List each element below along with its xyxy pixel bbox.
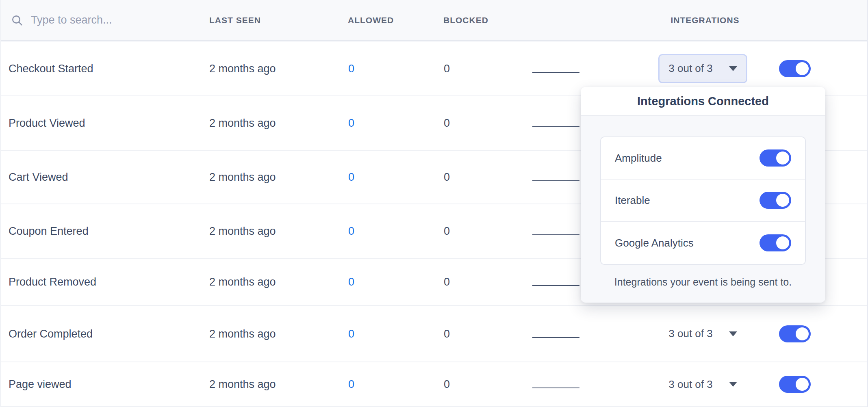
caret-down-icon xyxy=(729,331,737,336)
popover-footer-text: Integrations your event is being sent to… xyxy=(581,276,825,288)
integrations-dropdown[interactable]: 3 out of 3 xyxy=(658,319,747,349)
sparkline xyxy=(532,126,579,127)
table-row: Order Completed 2 months ago 0 0 3 out o… xyxy=(1,306,867,362)
integrations-dropdown-label: 3 out of 3 xyxy=(668,378,712,391)
event-toggle[interactable] xyxy=(779,325,811,342)
integration-name: Google Analytics xyxy=(615,237,694,249)
allowed-count-link[interactable]: 0 xyxy=(348,117,354,130)
event-name: Product Removed xyxy=(9,276,96,288)
table-header: LAST SEEN ALLOWED BLOCKED INTEGRATIONS xyxy=(1,0,867,41)
blocked-count: 0 xyxy=(444,62,450,75)
allowed-count-link[interactable]: 0 xyxy=(348,225,354,238)
sparkline xyxy=(532,285,579,286)
search-icon xyxy=(11,14,24,27)
table-row: Page viewed 2 months ago 0 0 3 out of 3 xyxy=(1,362,867,407)
allowed-count-link[interactable]: 0 xyxy=(348,276,354,288)
last-seen-value: 2 months ago xyxy=(209,117,276,130)
toggle-knob xyxy=(796,62,809,75)
integration-name: Amplitude xyxy=(615,152,662,165)
column-header-integrations: INTEGRATIONS xyxy=(658,15,752,25)
toggle-knob xyxy=(776,194,789,207)
allowed-count-link[interactable]: 0 xyxy=(348,171,354,184)
integrations-dropdown-label: 3 out of 3 xyxy=(668,62,712,75)
blocked-count: 0 xyxy=(444,225,450,238)
sparkline xyxy=(532,72,579,73)
last-seen-value: 2 months ago xyxy=(209,62,276,75)
integration-name: Iterable xyxy=(615,194,650,207)
blocked-count: 0 xyxy=(444,378,450,391)
caret-down-icon xyxy=(729,66,737,71)
blocked-count: 0 xyxy=(444,117,450,130)
sparkline xyxy=(532,234,579,235)
last-seen-value: 2 months ago xyxy=(209,378,276,391)
integrations-popover: Integrations Connected Amplitude Iterabl… xyxy=(581,87,825,303)
blocked-count: 0 xyxy=(444,327,450,340)
event-name: Cart Viewed xyxy=(9,171,68,184)
blocked-count: 0 xyxy=(444,171,450,184)
allowed-count-link[interactable]: 0 xyxy=(348,327,354,340)
event-name: Checkout Started xyxy=(9,62,93,75)
list-item: Iterable xyxy=(601,180,805,222)
event-name: Product Viewed xyxy=(9,117,85,130)
column-header-allowed: ALLOWED xyxy=(348,15,394,25)
popover-title: Integrations Connected xyxy=(581,87,825,116)
last-seen-value: 2 months ago xyxy=(209,276,276,288)
integrations-dropdown[interactable]: 3 out of 3 xyxy=(658,54,747,83)
last-seen-value: 2 months ago xyxy=(209,171,276,184)
search-input[interactable] xyxy=(31,14,185,26)
list-item: Amplitude xyxy=(601,137,805,180)
column-header-blocked: BLOCKED xyxy=(443,15,488,25)
integrations-dropdown[interactable]: 3 out of 3 xyxy=(658,370,747,399)
toggle-knob xyxy=(776,236,789,249)
last-seen-value: 2 months ago xyxy=(209,327,276,340)
integration-toggle[interactable] xyxy=(760,192,791,209)
event-name: Coupon Entered xyxy=(9,225,89,238)
column-header-last-seen: LAST SEEN xyxy=(209,15,261,25)
sparkline xyxy=(532,388,579,388)
toggle-knob xyxy=(776,152,789,165)
last-seen-value: 2 months ago xyxy=(209,225,276,238)
event-toggle[interactable] xyxy=(779,376,811,393)
sparkline xyxy=(532,337,579,338)
search-box[interactable] xyxy=(11,14,189,27)
integration-toggle[interactable] xyxy=(760,149,791,167)
event-name: Page viewed xyxy=(9,378,72,391)
integrations-list: Amplitude Iterable Google Analytics xyxy=(600,136,806,265)
list-item: Google Analytics xyxy=(601,222,805,264)
blocked-count: 0 xyxy=(444,276,450,288)
allowed-count-link[interactable]: 0 xyxy=(348,378,354,391)
caret-down-icon xyxy=(729,382,737,387)
integration-toggle[interactable] xyxy=(760,234,791,251)
toggle-knob xyxy=(796,327,809,340)
event-name: Order Completed xyxy=(9,327,93,340)
popover-body: Amplitude Iterable Google Analytics Inte… xyxy=(581,136,825,288)
toggle-knob xyxy=(796,378,809,391)
event-toggle[interactable] xyxy=(779,60,811,77)
integrations-dropdown-label: 3 out of 3 xyxy=(668,327,712,340)
sparkline xyxy=(532,180,579,181)
allowed-count-link[interactable]: 0 xyxy=(348,62,354,75)
events-schema-table: LAST SEEN ALLOWED BLOCKED INTEGRATIONS C… xyxy=(0,0,868,407)
